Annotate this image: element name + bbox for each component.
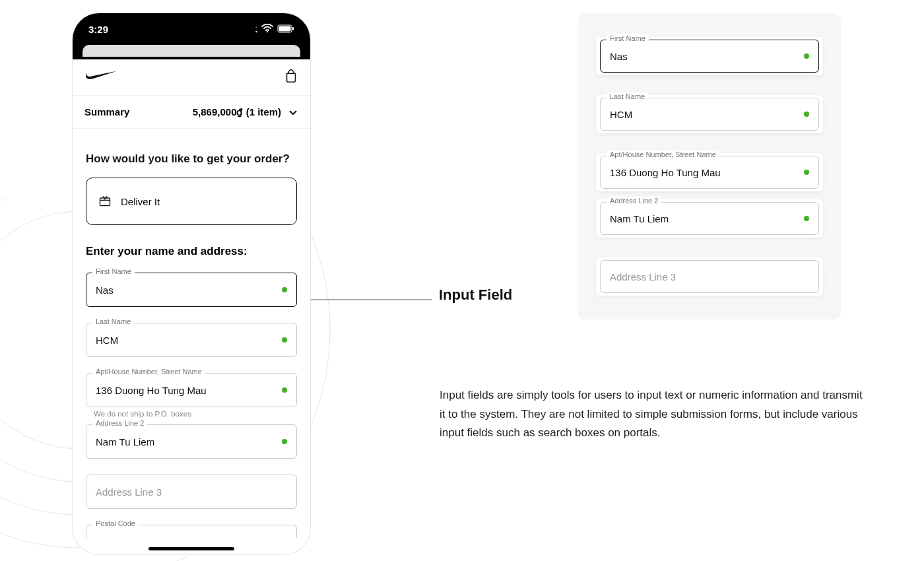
summary-label: Summary [84,106,129,117]
last-name-label: Last Name [92,317,134,325]
bag-icon[interactable] [284,69,298,86]
valid-dot-icon [804,53,809,59]
phone-mockup: 3:29 Summary 5,869,000₫ (1 item) [73,13,310,554]
svg-rect-9 [279,26,291,31]
first-name-value: Nas [96,284,114,296]
summary-row[interactable]: Summary 5,869,000₫ (1 item) [73,96,310,129]
first-name-label: First Name [92,267,135,275]
example-address3-field[interactable]: Address Line 3 [600,260,819,293]
example-last-name-card: Last Name HCM [596,95,823,133]
svg-rect-10 [292,27,294,30]
address2-value: Nam Tu Liem [96,436,154,447]
example-last-name-value: HCM [610,109,632,120]
address3-field[interactable]: Address Line 3 [86,475,297,509]
status-time: 3:29 [88,24,108,35]
street-field[interactable]: Apt/House Number, Street Name 136 Duong … [86,373,297,407]
first-name-field[interactable]: First Name Nas [86,273,297,307]
postal-label: Postal Code [92,519,139,527]
address2-label: Address Line 2 [92,419,147,427]
valid-dot-icon [804,170,809,175]
example-street-card: Apt/House Number, Street Name 136 Duong … [596,153,823,191]
street-value: 136 Duong Ho Tung Mau [96,385,207,396]
battery-icon [277,24,294,35]
browser-chrome [73,45,310,59]
last-name-value: HCM [96,335,118,346]
svg-point-6 [255,26,257,28]
valid-dot-icon [804,216,809,221]
valid-dot-icon [282,337,287,343]
checkout-content: How would you like to get your order? De… [73,129,310,550]
example-first-name-label: First Name [607,34,649,42]
example-address2-card: Address Line 2 Nam Tu Liem [596,199,823,238]
delivery-question: How would you like to get your order? [86,152,297,166]
street-hint: We do not ship to P.O. boxes [94,410,297,418]
example-last-name-label: Last Name [607,92,648,100]
example-first-name-card: First Name Nas [596,37,823,75]
example-address2-field[interactable]: Address Line 2 Nam Tu Liem [600,202,819,235]
example-address3-card: Address Line 3 [596,257,823,296]
example-street-value: 136 Duong Ho Tung Mau [610,167,721,178]
example-first-name-field[interactable]: First Name Nas [600,40,819,73]
valid-dot-icon [282,287,287,292]
deliver-it-label: Deliver It [121,196,160,207]
postal-field[interactable]: Postal Code [86,525,297,538]
annotation-line [296,296,432,303]
example-last-name-field[interactable]: Last Name HCM [600,98,819,131]
example-first-name-value: Nas [610,51,628,62]
example-address2-value: Nam Tu Liem [610,213,669,224]
last-name-field[interactable]: Last Name HCM [86,323,297,357]
package-icon [98,195,112,208]
street-label: Apt/House Number, Street Name [92,368,205,376]
cellular-icon [255,24,257,35]
status-bar: 3:29 [73,13,310,45]
svg-point-5 [255,30,257,32]
valid-dot-icon [282,439,287,444]
wifi-icon [261,24,273,35]
example-address3-placeholder: Address Line 3 [610,271,676,282]
valid-dot-icon [804,112,809,117]
address2-field[interactable]: Address Line 2 Nam Tu Liem [86,424,297,459]
home-indicator [148,547,234,550]
example-panel: First Name Nas Last Name HCM Apt/House N… [578,13,842,319]
example-street-label: Apt/House Number, Street Name [607,150,719,158]
summary-total: 5,869,000₫ (1 item) [193,106,281,118]
description-text: Input fields are simply tools for users … [440,386,863,443]
brand-row [73,59,310,96]
address3-placeholder: Address Line 3 [96,486,162,498]
annotation-label: Input Field [439,286,512,304]
svg-point-7 [267,30,268,32]
valid-dot-icon [282,387,287,393]
form-title: Enter your name and address: [86,245,297,258]
chevron-down-icon [288,107,298,117]
deliver-it-option[interactable]: Deliver It [86,178,297,225]
status-icons [255,24,294,35]
example-address2-label: Address Line 2 [607,197,661,205]
example-street-field[interactable]: Apt/House Number, Street Name 136 Duong … [600,156,819,189]
nike-logo-icon [84,69,117,85]
